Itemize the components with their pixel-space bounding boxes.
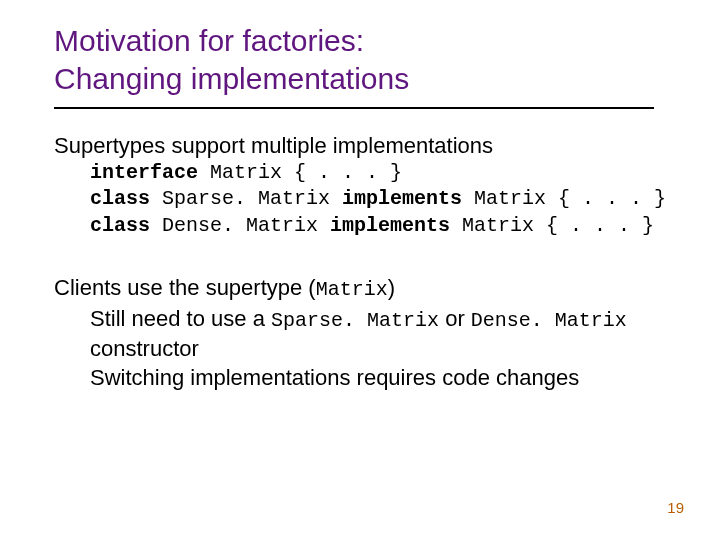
code-mid-2: Sparse. Matrix: [150, 187, 342, 210]
code-block: interface Matrix { . . . } class Sparse.…: [90, 160, 680, 239]
still-code-1: Sparse. Matrix: [271, 309, 439, 332]
spacer: [54, 239, 680, 273]
title-rule: [54, 107, 654, 109]
body: Supertypes support multiple implementati…: [54, 131, 680, 392]
clients-post: ): [388, 275, 395, 300]
still-mid: or: [439, 306, 471, 331]
clients-line: Clients use the supertype (Matrix): [54, 273, 680, 303]
page-number: 19: [667, 499, 684, 516]
slide: Motivation for factories: Changing imple…: [0, 0, 720, 540]
kw-class-1: class: [90, 187, 150, 210]
code-rest-1: Matrix { . . . }: [198, 161, 402, 184]
code-line-2: class Sparse. Matrix implements Matrix {…: [90, 186, 680, 212]
slide-title: Motivation for factories: Changing imple…: [54, 22, 680, 97]
kw-class-2: class: [90, 214, 150, 237]
still-code-2: Dense. Matrix: [471, 309, 627, 332]
clients-code: Matrix: [316, 278, 388, 301]
supertypes-line: Supertypes support multiple implementati…: [54, 131, 680, 160]
clients-pre: Clients use the supertype (: [54, 275, 316, 300]
switching-line: Switching implementations requires code …: [90, 363, 680, 392]
still-pre: Still need to use a: [90, 306, 271, 331]
code-line-3: class Dense. Matrix implements Matrix { …: [90, 213, 680, 239]
constructor-line: constructor: [90, 334, 680, 363]
title-line-1: Motivation for factories:: [54, 24, 364, 57]
code-rest-2: Matrix { . . . }: [462, 187, 666, 210]
code-rest-3: Matrix { . . . }: [450, 214, 654, 237]
still-line: Still need to use a Sparse. Matrix or De…: [90, 304, 680, 334]
kw-interface: interface: [90, 161, 198, 184]
code-mid-3: Dense. Matrix: [150, 214, 330, 237]
kw-implements-1: implements: [342, 187, 462, 210]
kw-implements-2: implements: [330, 214, 450, 237]
code-line-1: interface Matrix { . . . }: [90, 160, 680, 186]
title-line-2: Changing implementations: [54, 62, 409, 95]
